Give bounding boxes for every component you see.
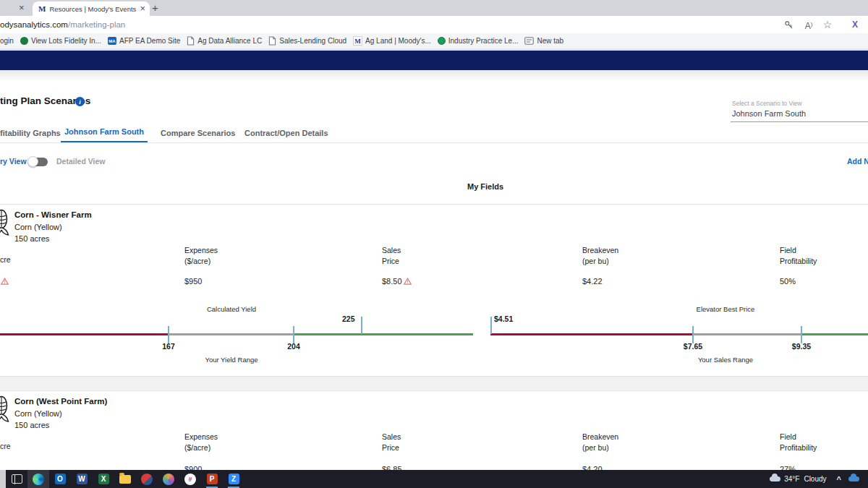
windows-taskbar: O W X # P Z 34°F Cloudy ^	[0, 470, 868, 488]
yield-range-end-handle[interactable]	[293, 326, 294, 343]
field-variety: Corn (Yellow)	[14, 409, 62, 418]
system-tray: 34°F Cloudy ^	[770, 475, 868, 484]
paint-3d-icon[interactable]	[158, 470, 179, 488]
header-shadow	[0, 70, 868, 80]
info-icon[interactable]: i	[75, 97, 85, 106]
field-card-wisner: Corn - Wisner Farm Corn (Yellow) 150 acr…	[0, 204, 868, 377]
section-title: My Fields	[467, 182, 503, 191]
reading-list-icon	[524, 37, 534, 45]
tray-chevron-icon[interactable]: ^	[837, 475, 841, 484]
yield-range-start-handle[interactable]	[168, 326, 169, 343]
column-header-profitability: FieldProfitability	[780, 432, 817, 453]
yield-marker-label: 225	[342, 314, 355, 323]
favorites-star-icon[interactable]: ☆	[820, 16, 835, 33]
screen: × M Resources | Moody's Events × + odysa…	[0, 0, 868, 488]
add-new-button[interactable]: Add Ne	[847, 157, 868, 166]
sales-marker-tick	[490, 317, 492, 334]
bookmark-new-tab[interactable]: New tab	[524, 37, 563, 45]
slack-icon[interactable]: #	[179, 470, 201, 488]
header-line2: (per bu)	[582, 256, 618, 267]
moodys-favicon-icon: M	[353, 36, 362, 46]
tab-johnson-farm-south[interactable]: Johnson Farm South	[61, 124, 148, 142]
sales-slider-title: Elevator Best Price	[653, 305, 798, 313]
tab-profitability-graphs[interactable]: fitability Graphs	[0, 129, 61, 137]
tab-label: Johnson Farm South	[64, 127, 144, 136]
card-gap	[0, 376, 868, 391]
header-line2: Profitability	[780, 256, 817, 267]
bookmark-ag-data[interactable]: Ag Data Alliance LC	[187, 36, 262, 46]
column-header-partial: cre	[0, 254, 11, 265]
header-line2: (per bu)	[582, 442, 618, 453]
password-key-icon[interactable]	[781, 16, 796, 33]
bookmark-sales-lending[interactable]: Sales-Lending Cloud	[268, 36, 346, 46]
scenario-select-underline	[731, 121, 868, 122]
new-tab-button[interactable]: +	[152, 0, 158, 16]
read-aloud-letter: A	[805, 21, 811, 31]
url-path: /marketing-plan	[68, 20, 125, 29]
fidelity-favicon-icon	[20, 37, 28, 45]
bookmark-label: Industry Practice Le...	[448, 37, 519, 45]
bookmark-fidelity[interactable]: View Lots Fidelity In...	[20, 37, 101, 45]
bookmark-afp-demo[interactable]: MAAFP EA Demo Site	[108, 37, 180, 45]
bookmark-login[interactable]: ogin	[0, 37, 14, 45]
sales-marker-label: $4.51	[494, 314, 513, 323]
taskbar-edge-strip	[0, 470, 6, 488]
browser-tab-active[interactable]: M Resources | Moody's Events ×	[33, 1, 150, 16]
warning-icon	[404, 278, 412, 285]
column-header-partial: cre	[0, 441, 11, 452]
excel-icon[interactable]: X	[93, 470, 114, 488]
bookmark-industry-practice[interactable]: Industry Practice Le...	[438, 37, 519, 45]
bookmark-label: Ag Land | Moody's...	[365, 37, 431, 45]
tab-title: Resources | Moody's Events	[49, 5, 140, 13]
corn-icon	[0, 395, 11, 423]
detailed-view-label[interactable]: Detailed View	[56, 157, 106, 166]
sales-range-end-handle[interactable]	[801, 326, 802, 343]
column-header-expenses: Expenses($/acre)	[184, 432, 218, 453]
view-toggle[interactable]	[27, 156, 52, 167]
url-field[interactable]: odysanalytics.com/marketing-plan	[0, 16, 125, 33]
yield-segment-above	[294, 333, 473, 335]
powerpoint-icon[interactable]: P	[201, 470, 223, 488]
partial-tab-close-icon[interactable]: ×	[19, 0, 25, 16]
address-bar-row: odysanalytics.com/marketing-plan A) ☆ X	[0, 16, 868, 34]
yield-slider-title: Calculated Yield	[159, 305, 304, 313]
onedrive-icon[interactable]	[848, 476, 859, 481]
value-text: $4.22	[582, 277, 603, 286]
weather-condition[interactable]: Cloudy	[804, 475, 826, 483]
field-name: Corn - Wisner Farm	[14, 210, 92, 219]
task-view-icon[interactable]	[6, 470, 27, 488]
header-line2: Price	[382, 256, 401, 267]
yield-range-end-label: 204	[276, 342, 312, 351]
tab-compare-scenarios[interactable]: Compare Scenarios	[161, 129, 235, 137]
toggle-knob[interactable]	[27, 156, 38, 167]
value-text: $950	[184, 277, 202, 286]
header-line1: Expenses	[184, 245, 218, 256]
sales-range-start-handle[interactable]	[692, 326, 694, 343]
bookmark-ag-land[interactable]: MAg Land | Moody's...	[353, 36, 431, 46]
header-line1: Sales	[382, 245, 401, 256]
weather-temp[interactable]: 34°F	[784, 475, 799, 483]
column-header-breakeven: Breakeven(per bu)	[582, 432, 618, 453]
divider	[0, 142, 868, 143]
summary-view-label[interactable]: ry View	[0, 157, 27, 166]
sales-segment-below	[490, 333, 693, 335]
sales-segment-above	[801, 333, 868, 335]
tab-close-icon[interactable]: ×	[140, 1, 145, 17]
scenario-select[interactable]: Johnson Farm South	[732, 109, 806, 118]
yield-segment-below	[0, 333, 169, 335]
word-icon[interactable]: W	[71, 470, 93, 488]
column-header-expenses: Expenses($/acre)	[184, 245, 218, 266]
file-explorer-icon[interactable]	[114, 470, 136, 488]
tab-contract-open-details[interactable]: Contract/Open Details	[244, 129, 328, 137]
app-header-bar	[0, 51, 868, 70]
read-aloud-icon[interactable]: A)	[801, 16, 816, 33]
column-header-sales: SalesPrice	[382, 432, 401, 453]
profile-avatar[interactable]: X	[848, 16, 862, 33]
snagit-icon[interactable]	[136, 470, 158, 488]
edge-icon[interactable]	[27, 470, 49, 488]
zoom-icon[interactable]: Z	[223, 470, 244, 488]
outlook-icon[interactable]: O	[49, 470, 71, 488]
page-icon	[187, 36, 195, 46]
sales-range-start-label: $7.65	[675, 342, 711, 351]
warning-icon	[1, 278, 9, 285]
